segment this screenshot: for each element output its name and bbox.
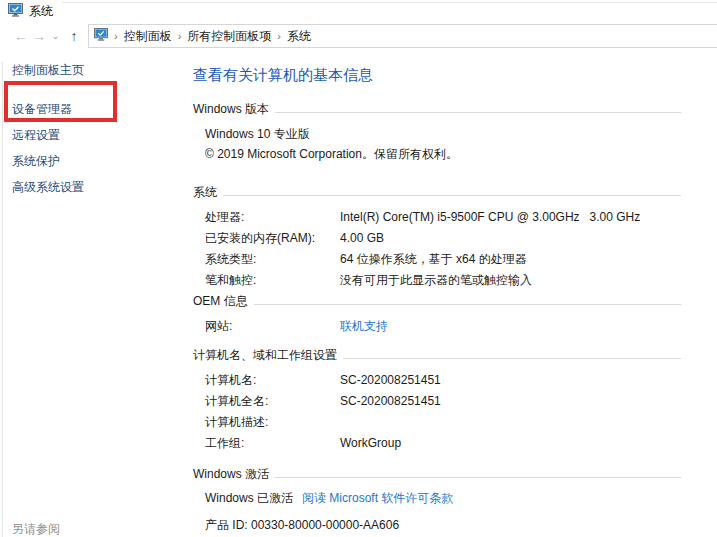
tab-title: 系统 (29, 3, 53, 20)
section-rule (254, 304, 681, 305)
table-row: 已安装的内存(RAM): 4.00 GB (205, 228, 681, 249)
table-row: 计算机名: SC-202008251451 (205, 370, 681, 391)
system-type-label: 系统类型: (205, 249, 340, 270)
system-type-value: 64 位操作系统，基于 x64 的处理器 (340, 249, 527, 270)
sidebar-item-control-panel-home[interactable]: 控制面板主页 (12, 62, 177, 79)
ram-label: 已安装的内存(RAM): (205, 228, 340, 249)
section-header: Windows 版本 (193, 101, 275, 117)
copyright-text: © 2019 Microsoft Corporation。保留所有权利。 (205, 144, 681, 164)
table-row: 处理器: Intel(R) Core(TM) i5-9500F CPU @ 3.… (205, 207, 681, 228)
full-computer-name-value: SC-202008251451 (340, 391, 441, 412)
window-left-edge (2, 62, 3, 537)
computer-name-label: 计算机名: (205, 370, 340, 391)
section-rule (275, 112, 681, 113)
table-row: 系统类型: 64 位操作系统，基于 x64 的处理器 (205, 249, 681, 270)
page-title: 查看有关计算机的基本信息 (193, 64, 681, 86)
section-header: 系统 (193, 184, 223, 200)
full-computer-name-label: 计算机全名: (205, 391, 340, 412)
table-row: 网站: 联机支持 (205, 316, 681, 337)
see-also-label: 另请参阅 (12, 521, 60, 537)
sidebar-item-system-protection[interactable]: 系统保护 (12, 153, 177, 170)
computer-description-label: 计算机描述: (205, 412, 340, 433)
breadcrumb-all-items[interactable]: 所有控制面板项 (187, 28, 271, 45)
sidebar-item-advanced-system-settings[interactable]: 高级系统设置 (12, 179, 177, 196)
red-highlight-annotation (4, 81, 117, 122)
main-content: 查看有关计算机的基本信息 Windows 版本 Windows 10 专业版 ©… (193, 64, 681, 534)
up-button[interactable]: ↑ (66, 26, 82, 46)
navigation-bar: ← → ⌄ ↑ › 控制面板 › 所有控制面板项 › 系统 (0, 22, 717, 50)
table-row: 计算机全名: SC-202008251451 (205, 391, 681, 412)
section-computer-name: 计算机名、域和工作组设置 (193, 347, 681, 363)
tab-bar: 系统 (0, 0, 717, 22)
system-monitor-icon (94, 28, 108, 44)
windows-edition-text: Windows 10 专业版 (205, 124, 681, 144)
processor-label: 处理器: (205, 207, 340, 228)
section-system: 系统 (193, 184, 681, 200)
section-rule (275, 477, 681, 478)
table-row: 笔和触控: 没有可用于此显示器的笔或触控输入 (205, 270, 681, 291)
breadcrumb-separator-icon: › (178, 30, 182, 42)
system-control-panel-window: 系统 ← → ⌄ ↑ › 控制面板 › 所有控制面板项 › 系统 控制面板主页 … (0, 0, 717, 537)
ram-value: 4.00 GB (340, 228, 384, 249)
table-row: 计算机描述: (205, 412, 681, 433)
online-support-link[interactable]: 联机支持 (340, 316, 388, 337)
section-header: Windows 激活 (193, 466, 275, 482)
section-rule (223, 195, 681, 196)
breadcrumb-separator-icon: › (114, 30, 118, 42)
computer-name-value: SC-202008251451 (340, 370, 441, 391)
pen-touch-label: 笔和触控: (205, 270, 340, 291)
sidebar-item-remote-settings[interactable]: 远程设置 (12, 127, 177, 144)
system-monitor-icon (8, 3, 23, 20)
address-bar[interactable]: › 控制面板 › 所有控制面板项 › 系统 (88, 24, 717, 48)
forward-button[interactable]: → (30, 26, 48, 46)
breadcrumb-control-panel[interactable]: 控制面板 (124, 28, 172, 45)
section-windows-activation: Windows 激活 (193, 466, 681, 482)
tabbar-divider (62, 2, 717, 3)
section-windows-version: Windows 版本 (193, 101, 681, 117)
workgroup-label: 工作组: (205, 433, 340, 454)
website-label: 网站: (205, 316, 340, 337)
back-button[interactable]: ← (12, 26, 30, 46)
license-terms-link[interactable]: 阅读 Microsoft 软件许可条款 (302, 489, 453, 507)
breadcrumb-system[interactable]: 系统 (287, 28, 311, 45)
product-id-text: 产品 ID: 00330-80000-00000-AA606 (205, 516, 681, 534)
tab-system[interactable]: 系统 (0, 0, 53, 22)
activation-status-text: Windows 已激活 (205, 489, 293, 507)
processor-value: Intel(R) Core(TM) i5-9500F CPU @ 3.00GHz… (340, 207, 640, 228)
section-header: 计算机名、域和工作组设置 (193, 347, 343, 363)
breadcrumb-separator-icon: › (277, 30, 281, 42)
recent-pages-chevron-icon[interactable]: ⌄ (50, 26, 61, 46)
section-rule (343, 358, 681, 359)
section-oem: OEM 信息 (193, 293, 681, 309)
section-header: OEM 信息 (193, 293, 254, 309)
workgroup-value: WorkGroup (340, 433, 401, 454)
pen-touch-value: 没有可用于此显示器的笔或触控输入 (340, 270, 532, 291)
table-row: 工作组: WorkGroup (205, 433, 681, 454)
